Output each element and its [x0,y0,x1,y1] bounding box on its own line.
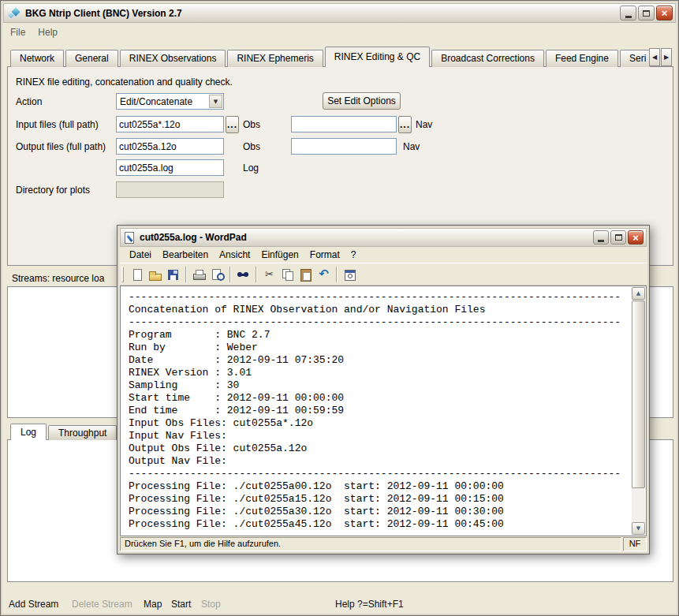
wordpad-title: cut0255a.log - WordPad [140,232,247,243]
save-icon [166,268,180,281]
find-icon [237,268,250,281]
input-nav-browse-button[interactable]: ... [398,116,412,133]
minimize-icon [598,240,604,242]
output-nav-field[interactable] [291,138,397,155]
tab-rinex-ephemeris[interactable]: RINEX Ephemeris [227,50,323,67]
window-title: BKG Ntrip Client (BNC) Version 2.7 [25,8,182,19]
copy-button[interactable] [278,265,297,284]
print-preview-icon [211,268,224,281]
cut-icon: ✂ [265,269,274,279]
action-select[interactable]: Edit/Concatenate ▼ [116,93,224,110]
app-icon [8,7,21,20]
scroll-up-button[interactable]: ▲ [632,287,645,300]
wordpad-icon [124,231,135,244]
undo-button[interactable]: ↶ [315,265,333,284]
new-button[interactable] [128,265,146,284]
open-button[interactable] [146,265,164,284]
bnc-main-window: BKG Ntrip Client (BNC) Version 2.7 × Fil… [0,0,679,616]
cut-button[interactable]: ✂ [260,265,278,284]
toolbar-separator [336,267,338,282]
copy-icon [281,268,294,281]
status-message: Drücken Sie F1, um die Hilfe aufzurufen. [120,537,621,551]
tab-feed-engine[interactable]: Feed Engine [546,50,618,67]
scrollbar-thumb[interactable] [632,301,645,488]
maximize-button[interactable] [638,6,655,21]
close-button[interactable]: × [656,6,673,21]
wordpad-title-bar: cut0255a.log - WordPad × [120,228,647,247]
maximize-icon [643,10,650,17]
log-suffix-label: Log [243,162,259,174]
chevron-down-icon: ▼ [209,95,222,108]
new-document-icon [130,268,144,281]
tab-rinex-observations[interactable]: RINEX Observations [120,50,226,67]
minimize-button[interactable] [620,6,636,21]
tab-broadcast-corrections[interactable]: Broadcast Corrections [431,50,544,67]
input-nav-field[interactable] [291,116,397,133]
date-time-button[interactable] [341,265,359,284]
help-button[interactable]: Help ?=Shift+F1 [335,599,404,610]
menu-hilfe[interactable]: ? [345,248,362,262]
undo-icon: ↶ [319,268,329,280]
menu-format[interactable]: Format [304,248,345,262]
tab-serial-output[interactable]: Seri [620,50,650,67]
input-files-label: Input files (full path) [16,119,99,130]
input-obs-suffix-label: Obs [243,119,260,130]
menu-datei[interactable]: Datei [124,248,157,262]
tab-log[interactable]: Log [10,424,47,440]
toolbar-separator [256,267,257,282]
plots-directory-label: Directory for plots [16,185,90,196]
document-text[interactable]: ----------------------------------------… [121,286,646,531]
paste-button[interactable] [297,265,315,284]
set-edit-options-button[interactable]: Set Edit Options [323,92,401,110]
tab-scroll-left-button[interactable]: ◀ [649,48,660,66]
maximize-icon [615,234,622,241]
menu-file[interactable]: File [4,25,32,39]
log-tab-bar: Log Throughput [10,424,118,440]
wordpad-maximize-button[interactable] [610,230,626,245]
status-nf-badge: NF [623,537,647,551]
print-button[interactable] [190,265,208,284]
find-button[interactable] [234,265,252,284]
menu-ansicht[interactable]: Ansicht [214,248,256,262]
main-tab-bar: Network General RINEX Observations RINEX… [10,47,650,67]
tab-network[interactable]: Network [10,50,64,67]
menu-bearbeiten[interactable]: Bearbeiten [157,248,214,262]
wordpad-minimize-button[interactable] [593,230,609,245]
input-obs-field[interactable] [116,116,224,133]
toolbar-grip[interactable] [121,267,124,282]
tab-scroll-right-button[interactable]: ▶ [661,48,672,66]
wordpad-window: cut0255a.log - WordPad × Datei Bearbeite… [117,225,650,554]
tab-throughput[interactable]: Throughput [48,425,117,440]
menu-einfuegen[interactable]: Einfügen [256,248,304,262]
action-label: Action [16,96,42,107]
add-stream-button[interactable]: Add Stream [9,599,58,610]
start-button[interactable]: Start [171,599,191,610]
wordpad-window-controls: × [593,230,644,245]
window-controls: × [620,6,673,21]
main-menu-bar: File Help [4,24,675,40]
print-preview-button[interactable] [208,265,226,284]
tab-rinex-editing-qc[interactable]: RINEX Editing & QC [325,47,430,67]
date-time-icon [343,268,356,281]
output-obs-field[interactable] [116,138,224,155]
vertical-scrollbar[interactable]: ▲ ▼ [632,287,645,535]
wordpad-status-bar: Drücken Sie F1, um die Hilfe aufzurufen.… [120,537,647,551]
paste-icon [299,268,312,281]
plots-directory-field [116,181,224,198]
input-nav-suffix-label: Nav [416,119,432,130]
print-icon [192,268,206,281]
output-obs-suffix-label: Obs [243,141,260,152]
save-button[interactable] [164,265,182,284]
bottom-toolbar: Add Stream Delete Stream Map Start Stop … [1,592,678,616]
tab-general[interactable]: General [65,50,118,67]
panel-description: RINEX file editing, concatenation and qu… [16,77,233,88]
scroll-down-button[interactable]: ▼ [632,522,645,535]
wordpad-close-button[interactable]: × [628,230,644,245]
output-log-field[interactable] [116,159,224,176]
map-button[interactable]: Map [144,599,162,610]
input-obs-browse-button[interactable]: ... [226,116,239,133]
minimize-icon [625,16,632,18]
delete-stream-button: Delete Stream [72,599,132,610]
toolbar-separator [185,267,187,282]
menu-help[interactable]: Help [32,25,64,39]
